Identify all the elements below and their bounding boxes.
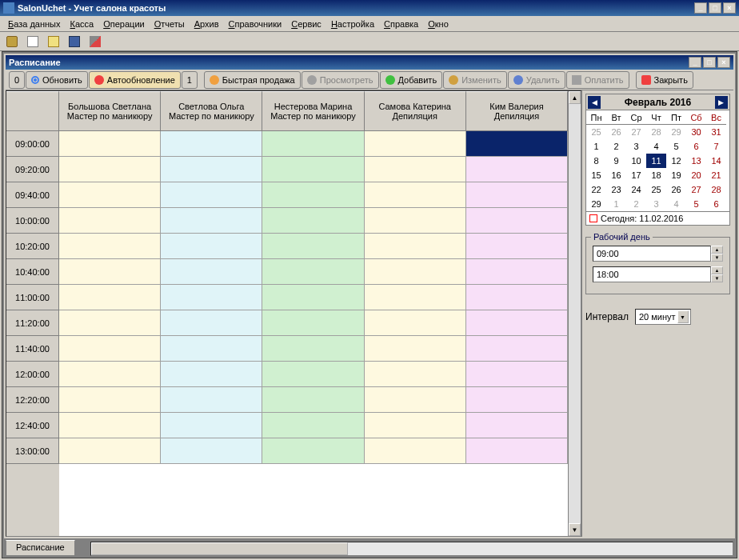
fast-sale-button[interactable]: Быстрая продажа: [204, 71, 301, 89]
schedule-slot[interactable]: [262, 310, 364, 336]
schedule-slot[interactable]: [262, 234, 364, 259]
interval-select[interactable]: 20 минут ▼: [635, 309, 691, 325]
schedule-slot[interactable]: [59, 182, 161, 208]
calendar-day[interactable]: 18: [646, 168, 666, 182]
schedule-slot[interactable]: [59, 259, 161, 285]
staff-header[interactable]: Ким ВалерияДепиляция: [466, 91, 568, 131]
schedule-slot[interactable]: [365, 336, 466, 362]
staff-header[interactable]: Нестерова МаринаМастер по маникюру: [262, 91, 364, 131]
menu-item[interactable]: Архив: [190, 18, 224, 30]
schedule-slot[interactable]: [161, 285, 262, 310]
calendar-day[interactable]: 19: [666, 168, 686, 182]
add-button[interactable]: Добавить: [380, 71, 443, 89]
schedule-slot[interactable]: [365, 285, 466, 310]
schedule-slot[interactable]: [365, 234, 466, 259]
calendar-day[interactable]: 29: [666, 125, 686, 139]
schedule-slot[interactable]: [262, 362, 364, 387]
menu-item[interactable]: Сервис: [286, 18, 326, 30]
child-minimize-button[interactable]: _: [689, 57, 701, 68]
calendar-day[interactable]: 29: [586, 197, 606, 211]
workday-start-input[interactable]: [593, 246, 711, 262]
calendar-next-button[interactable]: ▶: [715, 96, 728, 109]
staff-header[interactable]: Самова КатеринаДепиляция: [365, 91, 466, 131]
child-close-button[interactable]: ×: [717, 57, 730, 68]
schedule-slot[interactable]: [365, 438, 466, 464]
schedule-slot[interactable]: [59, 208, 161, 234]
calendar-day[interactable]: 8: [586, 154, 606, 168]
schedule-slot[interactable]: [161, 157, 262, 182]
schedule-slot[interactable]: [262, 438, 364, 464]
calendar-day[interactable]: 31: [706, 125, 726, 139]
menu-item[interactable]: База данных: [3, 18, 66, 30]
counter-zero[interactable]: 0: [9, 71, 25, 89]
calendar-day[interactable]: 12: [666, 154, 686, 168]
calendar-day[interactable]: 25: [586, 125, 606, 139]
schedule-slot[interactable]: [161, 131, 262, 157]
schedule-slot[interactable]: [466, 285, 568, 310]
calendar-day[interactable]: 2: [626, 197, 646, 211]
menu-item[interactable]: Касса: [66, 18, 99, 30]
staff-header[interactable]: Большова СветланаМастер по маникюру: [59, 91, 161, 131]
toolbar-open-icon[interactable]: [45, 33, 62, 50]
staff-header[interactable]: Светлова ОльгаМастер по маникюру: [161, 91, 262, 131]
toolbar-save-icon[interactable]: [66, 33, 83, 50]
schedule-slot[interactable]: [365, 259, 466, 285]
schedule-slot[interactable]: [59, 131, 161, 157]
schedule-slot[interactable]: [161, 259, 262, 285]
calendar-day[interactable]: 5: [686, 197, 706, 211]
calendar-today-row[interactable]: Сегодня: 11.02.2016: [586, 211, 729, 225]
workday-start-up[interactable]: ▲: [711, 246, 723, 254]
counter-one[interactable]: 1: [182, 71, 198, 89]
calendar-day[interactable]: 27: [626, 125, 646, 139]
calendar-day[interactable]: 4: [646, 139, 666, 154]
calendar-day[interactable]: 11: [646, 154, 666, 168]
calendar-day[interactable]: 1: [586, 139, 606, 154]
schedule-slot[interactable]: [161, 310, 262, 336]
calendar-day[interactable]: 26: [666, 182, 686, 197]
toolbar-new-icon[interactable]: [24, 33, 42, 50]
workday-start-spinner[interactable]: ▲ ▼: [593, 246, 723, 262]
schedule-slot[interactable]: [262, 208, 364, 234]
calendar-day[interactable]: 21: [706, 168, 726, 182]
schedule-slot[interactable]: [466, 387, 568, 413]
calendar-day[interactable]: 4: [666, 197, 686, 211]
calendar-day[interactable]: 16: [606, 168, 626, 182]
calendar-day[interactable]: 28: [706, 182, 726, 197]
schedule-slot[interactable]: [262, 182, 364, 208]
menu-item[interactable]: Справка: [379, 18, 423, 30]
schedule-slot[interactable]: [466, 438, 568, 464]
menu-item[interactable]: Справочники: [224, 18, 287, 30]
schedule-slot[interactable]: [59, 387, 161, 413]
schedule-slot[interactable]: [365, 310, 466, 336]
hscroll-thumb[interactable]: [91, 542, 348, 555]
close-button[interactable]: ×: [723, 2, 736, 14]
schedule-slot[interactable]: [161, 438, 262, 464]
schedule-slot[interactable]: [262, 387, 364, 413]
calendar-day[interactable]: 17: [626, 168, 646, 182]
workday-end-up[interactable]: ▲: [711, 266, 723, 274]
schedule-slot[interactable]: [59, 438, 161, 464]
schedule-slot[interactable]: [466, 362, 568, 387]
view-button[interactable]: Просмотреть: [302, 71, 379, 89]
calendar-day[interactable]: 7: [706, 139, 726, 154]
schedule-slot[interactable]: [262, 285, 364, 310]
workday-start-down[interactable]: ▼: [711, 254, 723, 262]
vertical-scrollbar[interactable]: ▲ ▼: [568, 91, 581, 536]
calendar-day[interactable]: 23: [606, 182, 626, 197]
schedule-slot[interactable]: [161, 336, 262, 362]
schedule-slot[interactable]: [59, 336, 161, 362]
schedule-slot[interactable]: [466, 259, 568, 285]
mdi-tab-schedule[interactable]: Расписание: [6, 540, 75, 556]
scroll-down-button[interactable]: ▼: [569, 523, 581, 536]
calendar-day[interactable]: 6: [706, 197, 726, 211]
schedule-slot[interactable]: [466, 182, 568, 208]
refresh-button[interactable]: Обновить: [26, 71, 88, 89]
schedule-slot[interactable]: [262, 413, 364, 438]
workday-end-input[interactable]: [593, 266, 711, 282]
toolbar-db-icon[interactable]: [3, 33, 21, 50]
calendar-day[interactable]: 10: [626, 154, 646, 168]
menu-item[interactable]: Настройка: [326, 18, 379, 30]
schedule-slot[interactable]: [161, 413, 262, 438]
schedule-slot[interactable]: [365, 157, 466, 182]
schedule-slot[interactable]: [466, 413, 568, 438]
